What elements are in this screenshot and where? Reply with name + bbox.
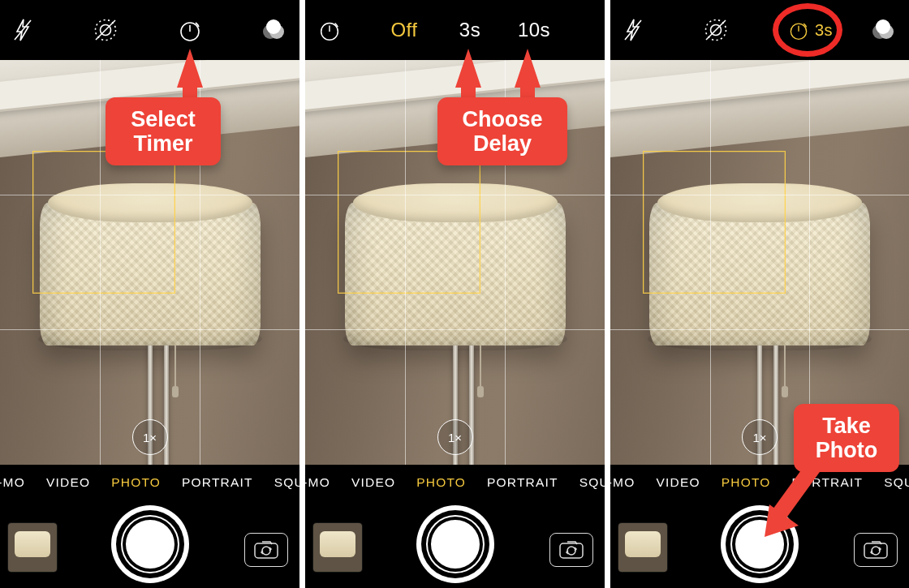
svg-point-18 <box>876 19 890 34</box>
mode-photo[interactable]: PHOTO <box>111 475 161 490</box>
scene-pull-chain <box>480 346 481 391</box>
mode-slo-mo[interactable]: SLO-MO <box>305 475 330 490</box>
camera-modes[interactable]: SLO-MO VIDEO PHOTO PORTRAIT SQUARE <box>0 465 299 500</box>
grid-line <box>0 195 299 195</box>
camera-top-bar <box>0 0 299 60</box>
zoom-toggle[interactable]: 1× <box>132 419 168 455</box>
grid-line <box>305 195 605 195</box>
last-photo-thumbnail[interactable] <box>618 523 667 572</box>
grid-line <box>305 329 605 330</box>
filters-button[interactable] <box>865 0 901 60</box>
mode-photo[interactable]: PHOTO <box>416 475 466 490</box>
zoom-toggle[interactable]: 1× <box>742 419 778 455</box>
camera-switch-icon <box>558 539 585 560</box>
camera-switch-icon <box>862 539 890 560</box>
camera-top-bar: 3s <box>610 0 909 60</box>
grid-line <box>710 60 711 465</box>
mode-video[interactable]: VIDEO <box>46 475 90 490</box>
zoom-label: 1× <box>752 431 766 444</box>
zoom-label: 1× <box>143 431 157 444</box>
svg-line-3 <box>96 20 115 40</box>
annotation-line: Take <box>808 414 885 438</box>
svg-rect-10 <box>560 543 583 558</box>
annotation-arrow <box>455 49 481 88</box>
camera-modes[interactable]: SLO-MO VIDEO PHOTO PORTRAIT SQUARE <box>305 465 605 500</box>
mode-video[interactable]: VIDEO <box>351 475 395 490</box>
grid-line <box>100 60 101 465</box>
last-photo-thumbnail[interactable] <box>8 523 57 572</box>
grid-line <box>405 60 406 465</box>
timer-option-off[interactable]: Off <box>380 0 429 60</box>
timer-icon <box>177 17 203 43</box>
live-photo-button[interactable] <box>88 0 123 60</box>
live-photo-off-icon <box>702 16 730 44</box>
mode-square[interactable]: SQUARE <box>579 475 605 490</box>
flash-off-icon <box>12 18 33 42</box>
annotation-line: Select <box>120 107 206 131</box>
annotation-line: Choose <box>452 107 553 131</box>
timer-option-label: 10s <box>518 19 550 41</box>
filters-icon <box>869 19 897 41</box>
annotation-arrow <box>765 467 821 540</box>
mode-photo[interactable]: PHOTO <box>722 475 771 490</box>
focus-indicator <box>643 151 786 294</box>
annotation-line: Photo <box>808 438 885 462</box>
mode-slo-mo[interactable]: SLO-MO <box>610 475 635 490</box>
timer-option-label: Off <box>390 19 417 41</box>
camera-switch-button[interactable] <box>854 533 898 567</box>
annotation-highlight-ring <box>773 3 842 57</box>
shutter-button[interactable] <box>421 510 489 578</box>
svg-line-14 <box>706 20 726 40</box>
timer-button[interactable] <box>313 0 346 60</box>
annotation-arrow <box>515 49 541 88</box>
mode-video[interactable]: VIDEO <box>656 475 700 490</box>
phone-screen-2: Off 3s 10s 1× SLO-MO VIDEO PHOTO PORTRAI… <box>305 0 605 588</box>
camera-bottom-bar <box>305 500 605 588</box>
timer-option-label: 3s <box>459 19 480 41</box>
zoom-label: 1× <box>448 431 462 444</box>
scene-pull-chain <box>784 346 786 391</box>
shutter-button[interactable] <box>116 510 184 578</box>
flash-button[interactable] <box>617 0 649 60</box>
grid-line <box>610 195 909 195</box>
mode-portrait[interactable]: PORTRAIT <box>487 475 558 490</box>
camera-switch-icon <box>252 539 280 560</box>
camera-switch-button[interactable] <box>244 533 288 567</box>
camera-bottom-bar <box>0 500 299 588</box>
filters-button[interactable] <box>256 0 291 60</box>
focus-indicator <box>338 151 480 294</box>
annotation-line: Timer <box>120 131 206 156</box>
scene-pull-chain <box>174 346 176 391</box>
camera-switch-button[interactable] <box>549 533 593 567</box>
annotation-take-photo: Take Photo <box>794 404 899 472</box>
mode-square[interactable]: SQUARE <box>884 475 909 490</box>
svg-point-7 <box>266 19 281 34</box>
annotation-select-timer: Select Timer <box>106 97 221 165</box>
filters-icon <box>260 19 287 41</box>
focus-indicator <box>32 151 175 294</box>
mode-square[interactable]: SQUARE <box>274 475 299 490</box>
mode-slo-mo[interactable]: SLO-MO <box>0 475 25 490</box>
last-photo-thumbnail[interactable] <box>313 523 362 572</box>
phone-screen-1: 1× SLO-MO VIDEO PHOTO PORTRAIT SQUARE Se… <box>0 0 299 588</box>
phone-screen-3: 3s 1× SLO-MO VIDEO PHOTO PORTRAIT SQUARE <box>610 0 909 588</box>
grid-line <box>0 329 299 330</box>
annotation-choose-delay: Choose Delay <box>437 97 567 165</box>
svg-rect-8 <box>255 543 278 558</box>
timer-icon <box>317 18 342 42</box>
annotation-arrow <box>177 49 203 88</box>
zoom-toggle[interactable]: 1× <box>437 419 473 455</box>
grid-line <box>610 329 909 330</box>
flash-off-icon <box>623 18 644 42</box>
live-photo-off-icon <box>92 16 119 44</box>
svg-rect-19 <box>864 543 887 558</box>
mode-portrait[interactable]: PORTRAIT <box>182 475 253 490</box>
camera-bottom-bar <box>610 500 909 588</box>
live-photo-button[interactable] <box>698 0 734 60</box>
svg-line-20 <box>779 467 813 514</box>
annotation-line: Delay <box>452 131 553 156</box>
flash-button[interactable] <box>6 0 39 60</box>
